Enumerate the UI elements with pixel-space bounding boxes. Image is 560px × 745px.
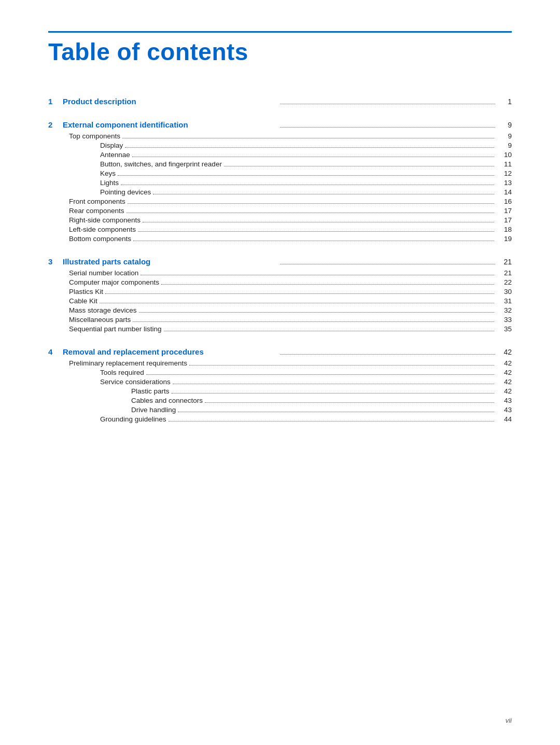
chapter-4-title: Removal and replacement procedures [63,347,278,356]
chapter-4-item-2-dots [146,374,494,375]
chapter-2-item-10: Right-side components17 [48,216,512,224]
chapter-2-item-11-page: 18 [496,226,512,233]
chapter-2-item-2-title: Display [100,142,123,149]
chapter-4-item-2-page: 42 [496,369,512,376]
chapter-3-item-6-title: Miscellaneous parts [69,316,131,324]
chapter-3-item-2-title: Computer major components [69,278,159,286]
chapter-2-item-2: Display9 [48,142,512,149]
chapter-3-item-3: Plastics Kit30 [48,288,512,296]
chapter-2-item-4-page: 11 [496,160,512,168]
chapter-3-item-4-dots [100,303,494,303]
chapter-2-item-3-page: 10 [496,151,512,159]
chapter-2-item-7: Pointing devices14 [48,188,512,196]
chapter-2-item-12: Bottom components19 [48,235,512,243]
chapter-4-dots [280,354,495,355]
chapter-2-item-10-page: 17 [496,216,512,224]
chapter-4-item-2: Tools required42 [48,369,512,376]
chapter-2-item-6-dots [121,185,494,185]
chapter-1-page: 1 [497,97,512,106]
chapter-3-item-1-dots [141,275,494,275]
chapter-4-item-7-dots [169,421,494,421]
chapter-2-item-8-dots [128,203,494,204]
chapter-1-row: 1Product description1 [48,97,512,106]
chapter-2-item-5: Keys12 [48,170,512,177]
chapter-1-number: 1 [48,97,63,106]
chapter-3-page: 21 [497,258,512,266]
chapter-4-item-5: Cables and connectors43 [48,397,512,404]
page-title: Table of contents [48,38,512,66]
chapter-2-item-1-title: Top components [69,132,120,140]
chapter-4-item-5-page: 43 [496,397,512,404]
chapter-2-item-10-dots [143,222,494,222]
chapter-2-item-7-dots [153,194,494,194]
chapter-3-item-3-title: Plastics Kit [69,288,103,296]
chapter-2-item-8: Front components16 [48,198,512,205]
chapter-2-item-6-page: 13 [496,179,512,187]
chapter-3-item-5-title: Mass storage devices [69,306,137,314]
chapter-2-item-4: Button, switches, and fingerprint reader… [48,160,512,168]
chapter-2-item-9-page: 17 [496,207,512,215]
chapter-1-dots [280,104,495,104]
chapter-4-item-6: Drive handling43 [48,406,512,414]
chapter-3-item-7-dots [164,331,494,331]
chapter-3-item-7-title: Sequential part number listing [69,325,162,333]
chapter-2-item-8-page: 16 [496,198,512,205]
chapter-4-number: 4 [48,347,63,356]
chapter-section-2: 2External component identification9Top c… [48,120,512,243]
chapter-2-item-11-dots [138,231,494,232]
chapter-4-item-7-title: Grounding guidelines [100,415,166,423]
chapter-3-item-7-page: 35 [496,325,512,333]
chapter-4-item-5-title: Cables and connectors [131,397,203,404]
chapter-3-item-4: Cable Kit31 [48,297,512,305]
chapter-4-page: 42 [497,348,512,356]
chapter-2-item-5-title: Keys [100,170,116,177]
chapter-2-item-3: Antennae10 [48,151,512,159]
chapter-4-item-7-page: 44 [496,415,512,423]
chapter-4-item-1-dots [189,365,494,366]
chapter-2-item-7-title: Pointing devices [100,188,151,196]
chapter-2-item-4-title: Button, switches, and fingerprint reader [100,160,222,168]
chapter-3-item-6-dots [133,321,494,322]
chapter-2-item-10-title: Right-side components [69,216,141,224]
chapter-4-item-5-dots [205,402,494,403]
chapter-3-item-5-page: 32 [496,306,512,314]
footer-page-number: vii [506,716,512,724]
chapter-2-item-2-dots [125,147,494,148]
chapter-3-number: 3 [48,257,63,266]
chapter-2-dots [280,127,495,128]
chapter-2-item-1: Top components9 [48,132,512,140]
chapter-section-4: 4Removal and replacement procedures42Pre… [48,347,512,423]
chapter-4-item-7: Grounding guidelines44 [48,415,512,423]
chapter-2-item-12-dots [133,241,494,241]
chapter-3-item-4-title: Cable Kit [69,297,97,305]
chapter-3-item-2-page: 22 [496,278,512,286]
chapter-2-item-3-title: Antennae [100,151,130,159]
chapter-4-item-6-page: 43 [496,406,512,414]
chapter-4-item-1-title: Preliminary replacement requirements [69,359,187,367]
chapter-2-item-1-dots [122,138,494,138]
chapter-3-item-4-page: 31 [496,297,512,305]
chapter-2-number: 2 [48,120,63,129]
chapter-2-title: External component identification [63,120,278,129]
chapter-section-3: 3Illustrated parts catalog21Serial numbe… [48,257,512,333]
chapter-2-item-5-dots [118,175,494,176]
chapter-2-item-6: Lights13 [48,179,512,187]
chapter-2-item-2-page: 9 [496,142,512,149]
chapter-2-item-11-title: Left-side components [69,226,136,233]
chapter-2-item-1-page: 9 [496,132,512,140]
chapter-4-item-3-dots [173,384,494,384]
chapter-3-row: 3Illustrated parts catalog21 [48,257,512,266]
chapter-2-item-9: Rear components17 [48,207,512,215]
chapter-2-item-12-page: 19 [496,235,512,243]
chapter-3-item-6-page: 33 [496,316,512,324]
chapter-4-item-4-page: 42 [496,387,512,395]
chapter-4-item-6-title: Drive handling [131,406,176,414]
chapter-2-item-5-page: 12 [496,170,512,177]
chapter-4-item-1: Preliminary replacement requirements42 [48,359,512,367]
chapter-2-item-6-title: Lights [100,179,119,187]
chapter-4-item-2-title: Tools required [100,369,144,376]
chapter-2-page: 9 [497,121,512,129]
chapter-2-row: 2External component identification9 [48,120,512,129]
chapter-3-item-1: Serial number location21 [48,269,512,277]
chapter-3-item-1-page: 21 [496,269,512,277]
